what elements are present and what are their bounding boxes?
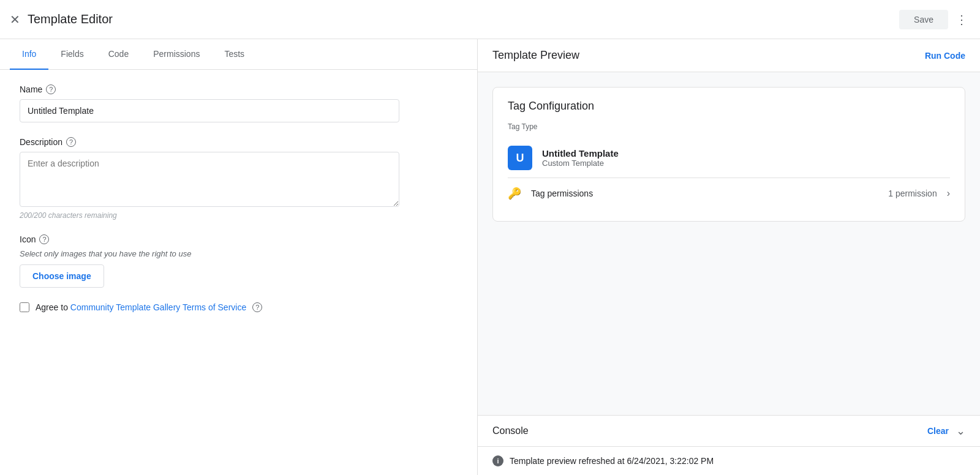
tab-bar: Info Fields Code Permissions Tests bbox=[0, 39, 477, 70]
tab-fields[interactable]: Fields bbox=[48, 39, 96, 70]
app-header: ✕ Template Editor Save ⋮ bbox=[0, 0, 980, 39]
info-icon: i bbox=[492, 455, 503, 466]
name-label: Name ? bbox=[20, 84, 458, 94]
form-content: Name ? Description ? 200/200 characters … bbox=[0, 70, 477, 475]
icon-label: Icon ? bbox=[20, 234, 458, 244]
tag-config-card: Tag Configuration Tag Type U Untitled Te… bbox=[492, 87, 965, 222]
permissions-count: 1 permission bbox=[888, 189, 937, 198]
console-header: Console Clear ⌄ bbox=[478, 416, 980, 447]
permissions-label: Tag permissions bbox=[531, 189, 878, 198]
close-button[interactable]: ✕ bbox=[10, 12, 20, 27]
description-input[interactable] bbox=[20, 152, 399, 207]
console-actions: Clear ⌄ bbox=[927, 424, 965, 438]
choose-image-button[interactable]: Choose image bbox=[20, 264, 104, 288]
description-help-icon[interactable]: ? bbox=[66, 137, 76, 147]
header-left: ✕ Template Editor bbox=[10, 12, 113, 27]
console-section: Console Clear ⌄ i Template preview refre… bbox=[478, 415, 980, 475]
close-icon: ✕ bbox=[10, 12, 20, 27]
key-icon: 🔑 bbox=[508, 187, 521, 200]
tos-link[interactable]: Community Template Gallery Terms of Serv… bbox=[70, 302, 246, 312]
name-input[interactable] bbox=[20, 99, 399, 122]
icon-field-group: Icon ? Select only images that you have … bbox=[20, 234, 458, 288]
tos-text: Agree to Community Template Gallery Term… bbox=[36, 302, 246, 312]
tag-type-info: Untitled Template Custom Template bbox=[542, 148, 619, 168]
chevron-right-icon: › bbox=[947, 188, 950, 199]
save-button[interactable]: Save bbox=[899, 10, 948, 29]
log-message: Template preview refreshed at 6/24/2021,… bbox=[510, 456, 714, 466]
char-count: 200/200 characters remaining bbox=[20, 211, 458, 220]
name-field-group: Name ? bbox=[20, 84, 458, 122]
tab-permissions[interactable]: Permissions bbox=[141, 39, 212, 70]
preview-area: Tag Configuration Tag Type U Untitled Te… bbox=[478, 72, 980, 415]
tag-type-label: Tag Type bbox=[508, 122, 950, 131]
tag-name: Untitled Template bbox=[542, 148, 619, 159]
preview-title: Template Preview bbox=[492, 49, 579, 62]
tag-type-row[interactable]: U Untitled Template Custom Template bbox=[508, 138, 950, 178]
tag-subtitle: Custom Template bbox=[542, 159, 619, 168]
tos-row: Agree to Community Template Gallery Term… bbox=[20, 302, 458, 312]
main-layout: Info Fields Code Permissions Tests Name … bbox=[0, 39, 980, 475]
header-right: Save ⋮ bbox=[899, 10, 970, 29]
description-field-group: Description ? 200/200 characters remaini… bbox=[20, 137, 458, 220]
tag-config-title: Tag Configuration bbox=[508, 100, 950, 113]
icon-note: Select only images that you have the rig… bbox=[20, 249, 458, 258]
right-panel: Template Preview Run Code Tag Configurat… bbox=[478, 39, 980, 475]
clear-button[interactable]: Clear bbox=[927, 426, 949, 436]
console-log-row: i Template preview refreshed at 6/24/202… bbox=[478, 447, 980, 475]
right-header: Template Preview Run Code bbox=[478, 39, 980, 72]
left-panel: Info Fields Code Permissions Tests Name … bbox=[0, 39, 478, 475]
tab-info[interactable]: Info bbox=[10, 39, 48, 70]
run-code-button[interactable]: Run Code bbox=[925, 51, 965, 61]
tab-code[interactable]: Code bbox=[96, 39, 141, 70]
tag-permissions-row[interactable]: 🔑 Tag permissions 1 permission › bbox=[508, 178, 950, 209]
description-label: Description ? bbox=[20, 137, 458, 147]
name-help-icon[interactable]: ? bbox=[46, 84, 56, 94]
console-title: Console bbox=[492, 425, 529, 436]
tag-type-icon: U bbox=[508, 146, 532, 170]
more-options-button[interactable]: ⋮ bbox=[953, 11, 970, 28]
tab-tests[interactable]: Tests bbox=[212, 39, 257, 70]
tos-help-icon[interactable]: ? bbox=[252, 302, 262, 312]
icon-help-icon[interactable]: ? bbox=[39, 234, 49, 244]
page-title: Template Editor bbox=[28, 12, 113, 26]
expand-console-button[interactable]: ⌄ bbox=[956, 424, 965, 438]
tos-checkbox[interactable] bbox=[20, 302, 29, 312]
